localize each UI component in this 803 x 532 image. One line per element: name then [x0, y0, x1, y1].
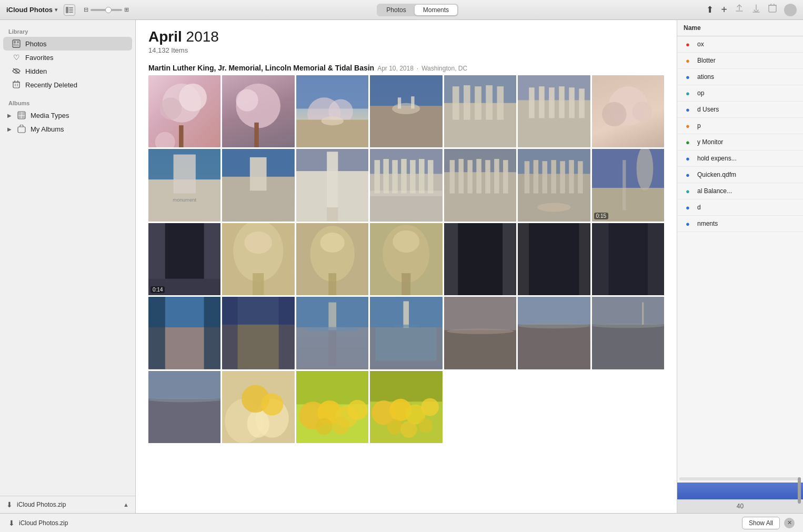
- sidebar-item-favorites[interactable]: ♡ Favorites: [3, 51, 132, 64]
- photo-cell[interactable]: [296, 297, 368, 369]
- photo-cell[interactable]: [592, 223, 664, 295]
- tab-photos[interactable]: Photos: [378, 5, 414, 15]
- svg-rect-85: [494, 159, 499, 194]
- photo-cell[interactable]: [222, 371, 294, 443]
- sidebar-group-media-types[interactable]: ▶ Media Types: [3, 108, 132, 122]
- right-panel-item[interactable]: ● nments: [677, 216, 803, 232]
- svg-point-152: [447, 329, 514, 335]
- right-panel-item-label: nments: [697, 220, 718, 227]
- recently-deleted-icon: [12, 80, 21, 89]
- svg-rect-91: [543, 162, 548, 194]
- photo-cell[interactable]: [444, 297, 516, 369]
- photo-cell[interactable]: [518, 297, 590, 369]
- sidebar-item-photos[interactable]: Photos: [3, 37, 132, 51]
- zoom-out-icon[interactable]: ⊟: [84, 6, 88, 13]
- photo-cell[interactable]: [592, 75, 664, 147]
- svg-rect-127: [608, 223, 647, 295]
- sidebar-item-hidden[interactable]: Hidden: [3, 64, 132, 78]
- photo-cell[interactable]: [370, 297, 442, 369]
- photo-cell[interactable]: [296, 371, 368, 443]
- photo-cell[interactable]: [148, 297, 220, 369]
- photo-cell[interactable]: [444, 149, 516, 221]
- close-icon: ✕: [787, 519, 792, 526]
- trash-icon[interactable]: [768, 4, 777, 16]
- right-panel-item[interactable]: ● ations: [677, 69, 803, 85]
- right-panel-item[interactable]: ● d: [677, 199, 803, 216]
- svg-rect-147: [404, 302, 409, 328]
- photo-cell[interactable]: 0:15: [592, 149, 664, 221]
- photo-cell[interactable]: [592, 297, 664, 369]
- zoom-in-icon[interactable]: ⊞: [124, 6, 129, 13]
- sidebar-item-recently-deleted-label: Recently Deleted: [25, 81, 77, 89]
- moment-header: Martin Luther King, Jr. Memorial, Lincol…: [136, 58, 677, 75]
- photo-cell[interactable]: [518, 149, 590, 221]
- photo-cell[interactable]: [370, 75, 442, 147]
- sidebar-toggle[interactable]: [64, 4, 75, 16]
- right-panel-item[interactable]: ● hold expens...: [677, 150, 803, 167]
- photo-cell[interactable]: [222, 297, 294, 369]
- user-avatar[interactable]: [784, 4, 797, 16]
- right-panel-item-icon: ●: [682, 55, 693, 66]
- photo-cell[interactable]: [222, 223, 294, 295]
- close-bottom-bar-button[interactable]: ✕: [784, 518, 795, 528]
- photo-cell[interactable]: [222, 149, 294, 221]
- right-panel-item[interactable]: ● op: [677, 85, 803, 102]
- svg-rect-119: [458, 223, 503, 295]
- zoom-slider[interactable]: [91, 9, 122, 11]
- right-panel-item[interactable]: ● al Balance...: [677, 183, 803, 199]
- svg-rect-139: [279, 297, 295, 369]
- show-all-button[interactable]: Show All: [742, 517, 780, 529]
- right-panel-item-icon: ●: [682, 72, 693, 82]
- svg-point-33: [321, 116, 343, 125]
- svg-rect-76: [428, 160, 434, 194]
- photo-grid-row2: monument: [136, 149, 677, 223]
- photo-cell[interactable]: [370, 149, 442, 221]
- svg-rect-90: [534, 160, 539, 194]
- photo-cell[interactable]: [518, 223, 590, 295]
- titlebar: iCloud Photos ▾ ⊟ ⊞ Photos Moments ⬆ +: [0, 0, 803, 20]
- photo-cell[interactable]: [444, 223, 516, 295]
- svg-rect-89: [525, 162, 530, 194]
- photo-cell[interactable]: [148, 75, 220, 147]
- photo-cell[interactable]: [444, 75, 516, 147]
- photo-cell[interactable]: monument: [148, 149, 220, 221]
- photo-cell[interactable]: [222, 75, 294, 147]
- photo-cell[interactable]: 0:14: [148, 223, 220, 295]
- photo-cell[interactable]: [296, 75, 368, 147]
- sidebar-group-my-albums[interactable]: ▶ My Albums: [3, 122, 132, 136]
- photo-cell[interactable]: [296, 149, 368, 221]
- right-panel-footer: [677, 483, 803, 499]
- photo-cell[interactable]: [518, 75, 590, 147]
- svg-point-185: [418, 418, 433, 433]
- right-panel-item[interactable]: ● Blotter: [677, 53, 803, 69]
- svg-point-10: [15, 70, 17, 72]
- upload-icon[interactable]: ⬆: [706, 4, 714, 15]
- svg-rect-72: [393, 160, 398, 194]
- photo-cell[interactable]: [370, 223, 442, 295]
- hidden-icon: [12, 66, 21, 76]
- main-layout: Library Photos ♡ Favorites Hidden Recent…: [0, 20, 803, 513]
- right-panel-item[interactable]: ● ox: [677, 36, 803, 53]
- right-panel-item[interactable]: ● d Users: [677, 102, 803, 118]
- sidebar-group-my-albums-label: My Albums: [31, 125, 64, 133]
- svg-rect-1: [69, 7, 73, 8]
- right-panel-item[interactable]: ● p: [677, 118, 803, 134]
- app-title[interactable]: iCloud Photos ▾: [6, 6, 57, 14]
- download-chevron[interactable]: ▲: [123, 501, 129, 508]
- right-panel-item[interactable]: ● Quicken.qdfm: [677, 167, 803, 183]
- right-panel-item[interactable]: ● y Monitor: [677, 134, 803, 150]
- svg-rect-71: [384, 159, 389, 194]
- sidebar-item-favorites-label: Favorites: [25, 54, 53, 62]
- app-title-chevron: ▾: [55, 7, 57, 13]
- svg-rect-3: [69, 12, 73, 13]
- photo-cell[interactable]: [370, 371, 442, 443]
- add-icon[interactable]: +: [721, 4, 727, 16]
- right-panel-item-label: Blotter: [697, 57, 716, 64]
- photo-cell[interactable]: [148, 371, 220, 443]
- download-icon[interactable]: [751, 4, 761, 16]
- svg-rect-19: [22, 116, 25, 118]
- photo-cell[interactable]: [296, 223, 368, 295]
- tab-moments[interactable]: Moments: [415, 5, 457, 15]
- sidebar-item-recently-deleted[interactable]: Recently Deleted: [3, 78, 132, 92]
- share-icon[interactable]: [735, 4, 744, 16]
